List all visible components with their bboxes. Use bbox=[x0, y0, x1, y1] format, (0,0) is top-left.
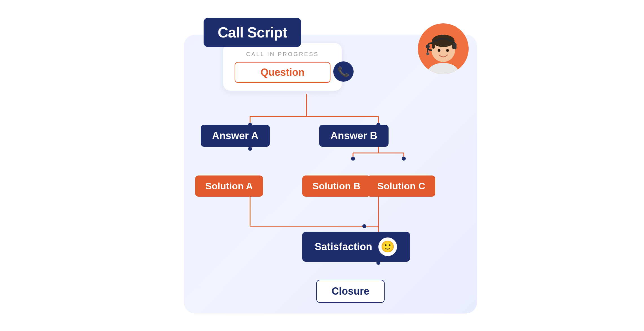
satisfaction-box: Satisfaction 🙂 bbox=[302, 232, 410, 262]
svg-point-18 bbox=[248, 147, 252, 151]
question-box: Question bbox=[235, 62, 330, 83]
smiley-badge: 🙂 bbox=[378, 237, 398, 257]
main-container: Call Script bbox=[167, 18, 477, 314]
smiley-icon: 🙂 bbox=[381, 240, 395, 253]
svg-point-7 bbox=[426, 45, 430, 48]
svg-point-5 bbox=[438, 49, 440, 52]
answer-b-label: Answer B bbox=[330, 130, 377, 141]
solution-c-box: Solution C bbox=[367, 176, 435, 197]
svg-point-33 bbox=[362, 224, 366, 228]
svg-point-6 bbox=[446, 49, 449, 52]
solution-b-label: Solution B bbox=[312, 181, 360, 191]
svg-rect-10 bbox=[453, 43, 456, 49]
satisfaction-label: Satisfaction bbox=[315, 241, 372, 253]
agent-avatar bbox=[418, 23, 469, 74]
call-script-title-box: Call Script bbox=[204, 18, 301, 47]
phone-badge: 📞 bbox=[333, 61, 354, 82]
svg-point-9 bbox=[426, 52, 429, 55]
solution-c-label: Solution C bbox=[377, 181, 425, 191]
svg-point-22 bbox=[351, 157, 355, 161]
answer-b-box: Answer B bbox=[319, 125, 389, 147]
closure-box: Closure bbox=[316, 280, 385, 303]
agent-figure-svg bbox=[422, 29, 464, 74]
call-progress-card: CALL IN PROGRESS Question bbox=[223, 43, 342, 91]
answer-a-box: Answer A bbox=[201, 125, 270, 147]
question-label: Question bbox=[261, 66, 305, 78]
call-progress-label: CALL IN PROGRESS bbox=[235, 51, 330, 57]
solution-a-label: Solution A bbox=[205, 181, 253, 191]
call-script-title: Call Script bbox=[218, 24, 287, 41]
solution-b-box: Solution B bbox=[302, 176, 370, 197]
solution-a-box: Solution A bbox=[195, 176, 263, 197]
phone-icon: 📞 bbox=[338, 66, 349, 77]
answer-a-label: Answer A bbox=[212, 130, 259, 141]
closure-label: Closure bbox=[332, 285, 369, 297]
svg-point-24 bbox=[402, 157, 406, 161]
